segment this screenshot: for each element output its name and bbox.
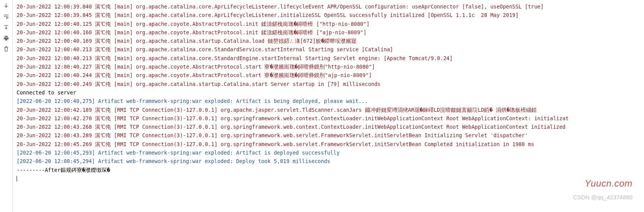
log-line: 20-Jun-2022 12:00:40.244 淇℃伅 [main] org.… bbox=[17, 71, 644, 79]
print-icon[interactable] bbox=[2, 34, 10, 42]
watermark-csdn: CSDN @qq_42374880 bbox=[573, 194, 632, 200]
log-line: 20-Jun-2022 12:00:40.213 淇℃伅 [main] org.… bbox=[17, 54, 644, 62]
log-line: 20-Jun-2022 12:00:43.289 淇℃伅 [RMI TCP Co… bbox=[17, 131, 644, 140]
log-line: [2022-06-20 12:00:40,275] Artifact web-f… bbox=[17, 97, 644, 105]
log-line: ---------After鏂规硶寮�濮嬫墽琛� bbox=[17, 166, 644, 174]
log-line: 20-Jun-2022 12:00:40.213 淇℃伅 [main] org.… bbox=[17, 45, 644, 54]
log-line: 20-Jun-2022 12:00:40.160 淇℃伅 [main] org.… bbox=[17, 28, 644, 37]
watermark-site: Yuucn.com bbox=[585, 178, 632, 189]
log-line: 20-Jun-2022 12:00:42.270 淇℃伅 [RMI TCP Co… bbox=[17, 114, 644, 123]
scroll-to-end-icon[interactable] bbox=[2, 23, 10, 32]
log-line: 20-Jun-2022 12:00:40.169 淇℃伅 [main] org.… bbox=[17, 37, 644, 45]
log-line: 20-Jun-2022 12:00:43.268 淇℃伅 [RMI TCP Co… bbox=[17, 123, 644, 131]
console-output[interactable]: 20-Jun-2022 12:00:39.840 淇℃伅 [main] org.… bbox=[13, 0, 644, 212]
console-panel: 20-Jun-2022 12:00:39.840 淇℃伅 [main] org.… bbox=[0, 0, 644, 212]
input-caret-line[interactable] bbox=[17, 174, 644, 183]
log-line: 20-Jun-2022 12:00:42.189 淇℃伅 [RMI TCP Co… bbox=[17, 106, 644, 114]
log-line: 20-Jun-2022 12:00:40.227 淇℃伅 [main] org.… bbox=[17, 62, 644, 71]
log-line: Connected to server bbox=[17, 88, 644, 97]
log-line: 20-Jun-2022 12:00:40.249 淇℃伅 [main] org.… bbox=[17, 80, 644, 88]
log-line: [2022-06-20 12:00:45,293] Artifact web-f… bbox=[17, 148, 644, 157]
log-line: 20-Jun-2022 12:00:39.840 淇℃伅 [main] org.… bbox=[17, 2, 644, 11]
scroll-down-icon[interactable] bbox=[2, 2, 10, 10]
soft-wrap-icon[interactable] bbox=[2, 12, 10, 21]
log-line: [2022-06-20 12:00:45,294] Artifact web-f… bbox=[17, 157, 644, 165]
log-line: 20-Jun-2022 12:00:40.125 淇℃伅 [main] org.… bbox=[17, 20, 644, 28]
log-line: 20-Jun-2022 12:00:39.845 淇℃伅 [main] org.… bbox=[17, 11, 644, 19]
log-line: 20-Jun-2022 12:00:45.269 淇℃伅 [RMI TCP Co… bbox=[17, 140, 644, 148]
clear-all-icon[interactable] bbox=[2, 45, 10, 53]
console-toolbar bbox=[0, 0, 12, 212]
